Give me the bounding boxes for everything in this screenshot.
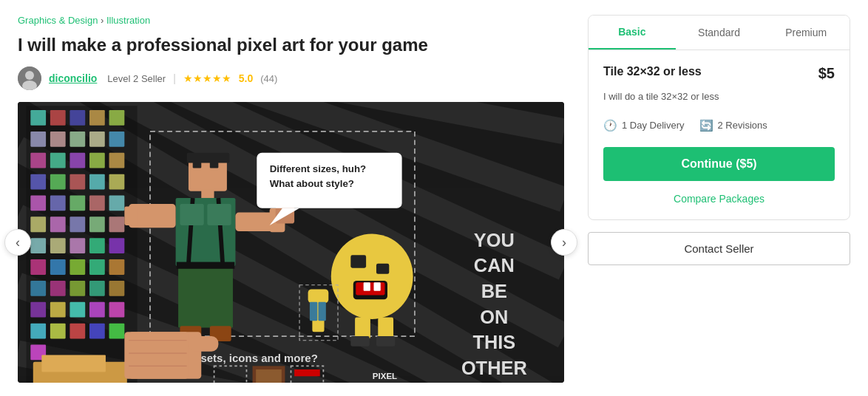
svg-text:ON: ON xyxy=(480,307,508,327)
svg-rect-20 xyxy=(30,132,46,147)
svg-rect-61 xyxy=(50,302,66,318)
svg-rect-44 xyxy=(109,217,125,233)
svg-rect-87 xyxy=(207,204,231,225)
svg-rect-17 xyxy=(69,110,85,126)
svg-rect-121 xyxy=(310,302,317,321)
svg-rect-24 xyxy=(109,132,125,147)
stars-display: ★★★★★ xyxy=(183,72,231,84)
svg-rect-45 xyxy=(30,238,46,253)
svg-rect-54 xyxy=(109,259,125,275)
gallery-prev-button[interactable]: ‹ xyxy=(4,229,31,256)
svg-rect-48 xyxy=(89,238,105,253)
svg-rect-86 xyxy=(180,204,203,225)
breadcrumb-link-illustration[interactable]: Illustration xyxy=(106,15,150,26)
right-column: Basic Standard Premium Tile 32×32 or les… xyxy=(588,15,850,383)
svg-text:BE: BE xyxy=(481,281,507,301)
svg-rect-43 xyxy=(89,217,105,233)
breadcrumb-separator: › xyxy=(101,15,106,26)
svg-rect-52 xyxy=(69,259,85,275)
avatar xyxy=(18,66,41,90)
svg-rect-46 xyxy=(50,238,66,253)
breadcrumb-link-graphics[interactable]: Graphics & Design xyxy=(18,15,98,26)
svg-rect-67 xyxy=(69,324,85,339)
svg-rect-105 xyxy=(378,318,393,339)
package-card: Basic Standard Premium Tile 32×32 or les… xyxy=(588,15,850,220)
svg-rect-42 xyxy=(69,217,85,233)
svg-rect-37 xyxy=(69,196,85,211)
svg-rect-93 xyxy=(178,264,233,328)
svg-rect-94 xyxy=(177,262,235,269)
gallery-image: DICONCILIO xyxy=(18,102,564,383)
svg-rect-31 xyxy=(50,174,66,190)
svg-rect-22 xyxy=(69,132,85,147)
contact-seller-button[interactable]: Contact Seller xyxy=(588,232,850,265)
svg-rect-15 xyxy=(30,110,46,126)
svg-point-97 xyxy=(331,234,413,319)
svg-rect-81 xyxy=(187,153,230,163)
svg-rect-82 xyxy=(201,190,214,199)
svg-rect-30 xyxy=(30,174,46,190)
svg-rect-23 xyxy=(89,132,105,147)
svg-rect-53 xyxy=(89,259,105,275)
svg-point-1 xyxy=(25,71,34,80)
svg-rect-102 xyxy=(364,282,370,291)
seller-row: diconcilio Level 2 Seller | ★★★★★ 5.0 (4… xyxy=(18,66,564,90)
svg-rect-64 xyxy=(109,302,125,318)
svg-rect-34 xyxy=(109,174,125,190)
svg-rect-137 xyxy=(256,369,282,383)
svg-text:Different sizes, huh?: Different sizes, huh? xyxy=(270,164,366,175)
package-body: Tile 32×32 or less $5 I will do a tile 3… xyxy=(589,50,850,219)
package-header: Tile 32×32 or less $5 xyxy=(603,65,835,82)
rating-value: 5.0 xyxy=(239,72,253,84)
svg-rect-55 xyxy=(30,281,46,296)
svg-rect-38 xyxy=(89,196,105,211)
svg-text:THIS: THIS xyxy=(472,332,515,353)
svg-rect-36 xyxy=(50,196,66,211)
pipe-separator: | xyxy=(173,72,176,84)
svg-rect-139 xyxy=(294,369,320,376)
svg-rect-39 xyxy=(109,196,125,211)
svg-rect-16 xyxy=(50,110,66,126)
svg-rect-62 xyxy=(69,302,85,318)
svg-rect-130 xyxy=(189,336,218,352)
svg-rect-35 xyxy=(30,196,46,211)
svg-rect-72 xyxy=(41,355,106,372)
svg-rect-56 xyxy=(50,281,66,296)
svg-rect-19 xyxy=(109,110,125,126)
tab-standard[interactable]: Standard xyxy=(676,16,763,50)
svg-text:OTHER: OTHER xyxy=(461,358,527,378)
svg-rect-58 xyxy=(89,281,105,296)
svg-rect-49 xyxy=(109,238,125,253)
package-tabs: Basic Standard Premium xyxy=(589,16,850,50)
svg-rect-104 xyxy=(355,318,370,339)
revisions-label: 2 Revisions xyxy=(718,120,767,131)
svg-rect-28 xyxy=(89,153,105,168)
svg-rect-131 xyxy=(129,332,189,379)
seller-name-link[interactable]: diconcilio xyxy=(49,72,97,84)
svg-rect-26 xyxy=(50,153,66,168)
tab-premium[interactable]: Premium xyxy=(762,16,850,50)
review-count: (44) xyxy=(260,73,277,84)
package-meta: 🕐 1 Day Delivery 🔄 2 Revisions xyxy=(603,119,835,132)
svg-rect-18 xyxy=(89,110,105,126)
revisions-meta: 🔄 2 Revisions xyxy=(699,119,767,132)
package-name: Tile 32×32 or less xyxy=(603,65,702,78)
svg-rect-47 xyxy=(69,238,85,253)
continue-button[interactable]: Continue ($5) xyxy=(603,147,835,181)
svg-rect-66 xyxy=(50,324,66,339)
svg-rect-27 xyxy=(69,153,85,168)
gallery-next-button[interactable]: › xyxy=(551,229,577,256)
svg-text:CAN: CAN xyxy=(474,256,515,276)
tab-basic[interactable]: Basic xyxy=(589,16,676,50)
svg-rect-60 xyxy=(30,302,46,318)
svg-rect-69 xyxy=(109,324,125,339)
svg-rect-40 xyxy=(30,217,46,233)
page-title: I will make a professional pixel art for… xyxy=(18,33,564,56)
svg-rect-51 xyxy=(50,259,66,275)
svg-rect-25 xyxy=(30,153,46,168)
svg-text:What about style?: What about style? xyxy=(270,178,354,189)
svg-rect-98 xyxy=(350,256,366,268)
svg-rect-59 xyxy=(109,281,125,296)
compare-packages-link[interactable]: Compare Packages xyxy=(603,193,835,205)
svg-rect-29 xyxy=(109,153,125,168)
